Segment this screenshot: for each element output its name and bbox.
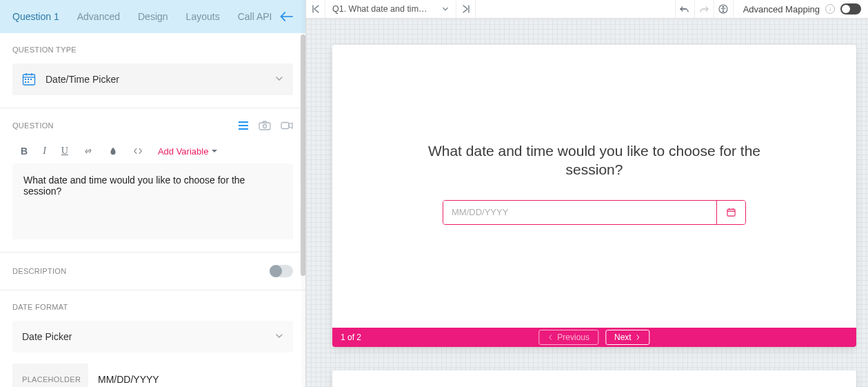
chevron-down-icon	[442, 6, 449, 12]
date-format-label: DATE FORMAT	[12, 303, 293, 311]
preview-canvas[interactable]: What date and time would you like to cho…	[306, 19, 868, 387]
question-dropdown[interactable]: Q1. What date and tim…	[325, 0, 456, 18]
tab-advanced[interactable]: Advanced	[77, 11, 120, 22]
svg-rect-17	[727, 209, 735, 216]
svg-point-13	[263, 125, 267, 128]
placeholder-input[interactable]	[98, 374, 283, 385]
advanced-mapping-section: Advanced Mapping i	[734, 0, 868, 18]
question-text-input[interactable]: What date and time would you like to cho…	[12, 163, 293, 239]
redo-button[interactable]	[695, 0, 714, 18]
question-type-select[interactable]: Date/Time Picker	[12, 63, 293, 95]
placeholder-label: PLACEHOLDER	[12, 364, 88, 387]
description-toggle[interactable]	[270, 265, 293, 277]
tab-question-1[interactable]: Question 1	[12, 11, 59, 22]
tab-call-api[interactable]: Call API	[238, 11, 272, 22]
add-variable-button[interactable]: Add Variable	[158, 146, 217, 157]
date-format-value: Date Picker	[22, 331, 72, 342]
date-format-select[interactable]: Date Picker	[12, 321, 293, 353]
section-question: QUESTION B I U	[0, 108, 305, 252]
svg-rect-12	[259, 123, 270, 130]
undo-button[interactable]	[676, 0, 695, 18]
video-icon[interactable]	[281, 121, 293, 130]
svg-rect-4	[25, 79, 26, 80]
toggle-knob	[842, 5, 850, 13]
svg-point-16	[723, 6, 724, 8]
chevron-down-icon	[275, 331, 283, 342]
description-label: DESCRIPTION	[12, 267, 66, 275]
caret-down-icon	[212, 150, 217, 152]
svg-rect-6	[30, 79, 32, 80]
date-input[interactable]	[443, 200, 746, 225]
info-icon[interactable]: i	[825, 4, 835, 14]
svg-rect-7	[25, 81, 26, 83]
calendar-icon	[22, 72, 36, 86]
scrollbar-thumb[interactable]	[301, 34, 305, 276]
svg-rect-14	[281, 123, 289, 129]
italic-button[interactable]: I	[43, 146, 46, 157]
right-panel: Q1. What date and tim… Advanced Mapping …	[306, 0, 868, 387]
previous-button[interactable]: Previous	[538, 330, 598, 345]
question-type-label: QUESTION TYPE	[12, 46, 293, 54]
link-icon[interactable]	[83, 146, 93, 156]
page-indicator: 1 of 2	[341, 333, 361, 342]
camera-icon[interactable]	[259, 121, 271, 130]
question-section-label: QUESTION	[12, 121, 54, 130]
add-variable-label: Add Variable	[158, 146, 208, 157]
next-card-peek	[332, 370, 856, 387]
back-arrow-icon[interactable]	[279, 12, 293, 21]
left-content-scroll[interactable]: QUESTION TYPE Date/Time Picker QUESTION	[0, 33, 305, 387]
calendar-picker-button[interactable]	[716, 201, 745, 224]
section-date-format: DATE FORMAT Date Picker PLACEHOLDER	[0, 290, 305, 387]
advanced-mapping-toggle[interactable]	[840, 3, 861, 14]
svg-rect-5	[28, 79, 29, 80]
section-question-type: QUESTION TYPE Date/Time Picker	[0, 33, 305, 108]
question-dropdown-text: Q1. What date and tim…	[332, 4, 436, 14]
underline-button[interactable]: U	[61, 146, 68, 157]
chevron-down-icon	[275, 74, 283, 85]
color-drop-icon[interactable]	[108, 146, 118, 156]
placeholder-input-cell[interactable]	[88, 364, 293, 387]
editor-toolbar: B I U Add Variable	[12, 139, 293, 163]
previous-label: Previous	[557, 333, 589, 342]
preview-question-title: What date and time would you like to cho…	[415, 141, 774, 179]
next-button[interactable]: Next	[605, 330, 650, 345]
toggle-knob	[270, 265, 282, 277]
advanced-mapping-label: Advanced Mapping	[743, 4, 820, 14]
left-scrollbar[interactable]	[301, 34, 305, 387]
tab-layouts[interactable]: Layouts	[186, 11, 220, 22]
next-label: Next	[614, 333, 632, 342]
date-text-field[interactable]	[443, 201, 716, 224]
left-panel: Question 1 Advanced Design Layouts Call …	[0, 0, 306, 387]
preview-toolbar: Q1. What date and tim… Advanced Mapping …	[306, 0, 868, 19]
card-body: What date and time would you like to cho…	[332, 45, 856, 328]
list-icon[interactable]	[238, 121, 249, 130]
card-footer: 1 of 2 Previous Next	[332, 328, 856, 347]
tab-design[interactable]: Design	[138, 11, 168, 22]
next-question-button[interactable]	[456, 0, 476, 18]
toolbar-spacer	[476, 0, 676, 18]
footer-nav: Previous Next	[538, 330, 649, 345]
question-type-value: Date/Time Picker	[46, 74, 119, 85]
preview-card: What date and time would you like to cho…	[332, 45, 856, 347]
section-description: DESCRIPTION	[0, 252, 305, 290]
bold-button[interactable]: B	[21, 146, 28, 157]
code-icon[interactable]	[133, 146, 143, 156]
prev-question-button[interactable]	[306, 0, 325, 18]
left-tabs: Question 1 Advanced Design Layouts Call …	[0, 0, 305, 33]
svg-rect-8	[28, 81, 29, 83]
placeholder-row: PLACEHOLDER	[12, 364, 293, 387]
accessibility-button[interactable]	[714, 0, 734, 18]
